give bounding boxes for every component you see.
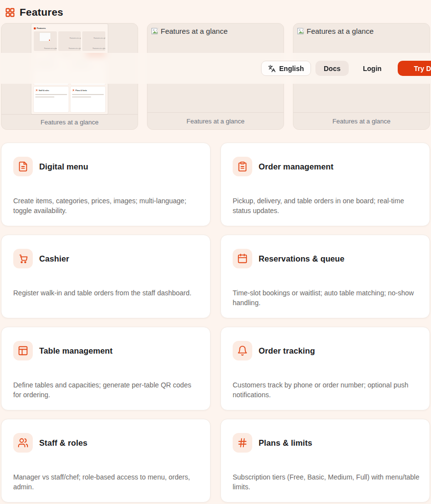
feature-description: Manager vs staff/chef; role-based access… bbox=[13, 472, 200, 492]
mini-feature-card: Staff & roles bbox=[34, 87, 69, 113]
mini-gallery: Features at a glance Features at a glanc… bbox=[34, 31, 105, 51]
feature-title: Order management bbox=[259, 162, 334, 171]
translate-icon bbox=[268, 65, 276, 72]
feature-description: Pickup, delivery, and table orders in on… bbox=[233, 196, 420, 216]
mini-header: Features bbox=[34, 26, 105, 30]
feature-card-order-management: Order management Pickup, delivery, and t… bbox=[220, 143, 430, 226]
try-demo-button[interactable]: Try Demo bbox=[398, 61, 431, 76]
mini-grid-icon bbox=[34, 27, 36, 29]
feature-card-reservations: Reservations & queue Time-slot bookings … bbox=[220, 235, 430, 318]
calendar-icon bbox=[233, 249, 252, 268]
bell-icon bbox=[233, 341, 252, 360]
feature-description: Time-slot bookings or waitlist; auto tab… bbox=[233, 288, 420, 308]
feature-description: Subscription tiers (Free, Basic, Medium,… bbox=[233, 472, 420, 492]
mini-gallery-card: Features at a glance Features at a glanc… bbox=[82, 31, 105, 51]
feature-title: Staff & roles bbox=[39, 438, 88, 448]
clipboard-icon bbox=[233, 157, 252, 176]
gallery-caption: Features at a glance bbox=[293, 112, 430, 129]
language-button[interactable]: English bbox=[261, 61, 311, 76]
docs-button[interactable]: Docs bbox=[315, 61, 349, 76]
feature-grid: Digital menu Create items, categories, p… bbox=[1, 143, 430, 503]
mini-page-title: Features bbox=[37, 27, 46, 29]
feature-card-order-tracking: Order tracking Customers track by phone … bbox=[220, 327, 430, 410]
feature-card-digital-menu: Digital menu Create items, categories, p… bbox=[1, 143, 211, 226]
table-icon bbox=[13, 341, 33, 360]
feature-title: Digital menu bbox=[39, 162, 88, 171]
mini-feature-card: Plans & limits bbox=[71, 87, 105, 113]
feature-title: Cashier bbox=[39, 254, 69, 264]
feature-card-plans-limits: Plans & limits Subscription tiers (Free,… bbox=[220, 419, 430, 503]
feature-card-table-management: Table management Define tables and capac… bbox=[1, 327, 211, 410]
gallery-caption: Features at a glance bbox=[147, 112, 284, 129]
feature-description: Define tables and capacities; generate p… bbox=[13, 380, 200, 400]
broken-image-icon bbox=[151, 27, 159, 37]
feature-card-cashier: Cashier Register walk-in and table order… bbox=[1, 235, 211, 318]
gallery-caption: Features at a glance bbox=[1, 114, 138, 129]
cart-icon bbox=[13, 249, 33, 268]
feature-title: Table management bbox=[39, 346, 113, 356]
document-icon bbox=[13, 157, 33, 176]
mini-gallery-card: Features at a glance bbox=[34, 31, 57, 51]
feature-title: Plans & limits bbox=[259, 438, 312, 448]
page-header: Features bbox=[0, 0, 431, 23]
mini-screenshot bbox=[40, 33, 50, 41]
feature-description: Register walk-in and table orders from t… bbox=[13, 288, 200, 298]
mini-gallery-card: Features at a glance Features at a glanc… bbox=[58, 31, 81, 51]
feature-description: Customers track by phone or order number… bbox=[233, 380, 420, 400]
language-label: English bbox=[279, 65, 304, 72]
page-title: Features bbox=[20, 6, 63, 18]
image-alt-text: Features at a glance bbox=[161, 27, 228, 36]
broken-image-icon bbox=[297, 27, 305, 37]
feature-card-staff-roles: Staff & roles Manager vs staff/chef; rol… bbox=[1, 419, 211, 503]
feature-title: Order tracking bbox=[259, 346, 315, 356]
floating-navbar: English Docs Login Try Demo bbox=[0, 53, 431, 84]
features-grid-icon bbox=[5, 7, 15, 18]
hash-icon bbox=[233, 433, 252, 453]
people-icon bbox=[13, 433, 33, 453]
image-alt-text: Features at a glance bbox=[307, 27, 374, 36]
feature-description: Create items, categories, prices, images… bbox=[13, 196, 200, 216]
feature-title: Reservations & queue bbox=[259, 254, 344, 264]
login-button[interactable]: Login bbox=[356, 61, 388, 76]
